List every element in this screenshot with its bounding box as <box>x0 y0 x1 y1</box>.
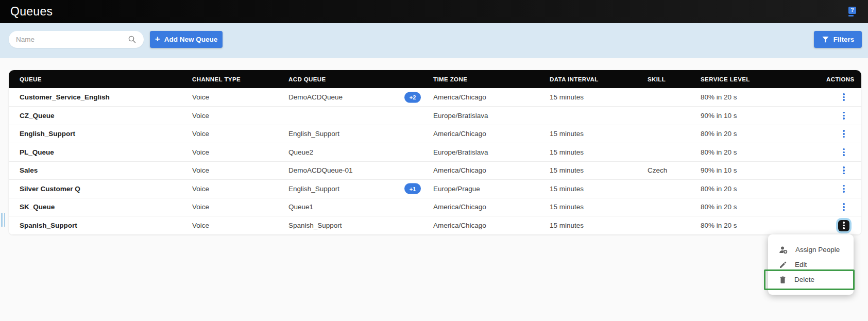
cell-channel-type: Voice <box>192 107 288 125</box>
cell-service-level: 80% in 20 s <box>701 198 826 216</box>
cell-queue: Sales <box>9 161 192 180</box>
cell-queue: English_Support <box>9 125 192 143</box>
cell-channel-type: Voice <box>192 198 288 216</box>
table-row[interactable]: PL_QueueVoiceQueue2Europe/Bratislava15 m… <box>9 143 861 162</box>
cell-actions <box>826 180 861 198</box>
row-actions-kebab-icon[interactable] <box>838 110 849 121</box>
cell-actions <box>826 143 861 162</box>
cell-time-zone: America/Chicago <box>433 216 550 235</box>
search-input[interactable] <box>9 31 144 48</box>
menu-item-label: Edit <box>795 261 807 268</box>
plus-icon: + <box>155 35 160 43</box>
cell-service-level: 80% in 20 s <box>701 125 826 143</box>
table-row[interactable]: English_SupportVoiceEnglish_SupportAmeri… <box>9 125 861 143</box>
column-header-channel-type[interactable]: CHANNEL TYPE <box>192 70 288 88</box>
column-header-data-interval[interactable]: DATA INTERVAL <box>550 70 648 88</box>
cell-time-zone: Europe/Bratislava <box>433 143 550 162</box>
menu-item-assign-people[interactable]: Assign People <box>768 242 854 257</box>
cell-queue: PL_Queue <box>9 143 192 162</box>
cell-skill <box>648 198 701 216</box>
cell-channel-type: Voice <box>192 216 288 235</box>
cell-skill <box>648 107 701 125</box>
cell-skill <box>648 125 701 143</box>
filters-button[interactable]: Filters <box>814 31 862 48</box>
queues-table: QUEUE CHANNEL TYPE ACD QUEUE TIME ZONE D… <box>9 70 861 234</box>
cell-service-level: 80% in 20 s <box>701 88 826 107</box>
queues-page: Queues ? + Add New Queue Filters <box>0 0 868 321</box>
table-row[interactable]: SalesVoiceDemoACDQueue-01America/Chicago… <box>9 161 861 180</box>
row-actions-kebab-icon[interactable] <box>838 220 849 231</box>
cell-queue: Spanish_Support <box>9 216 192 235</box>
cell-queue: Silver Customer Q <box>9 180 192 198</box>
cell-acd-queue: English_Support <box>288 125 433 143</box>
cell-time-zone: America/Chicago <box>433 88 550 107</box>
menu-item-delete[interactable]: Delete <box>768 272 854 287</box>
queues-table-body: Customer_Service_EnglishVoiceDemoACDQueu… <box>9 88 861 234</box>
cell-time-zone: Europe/Prague <box>433 180 550 198</box>
filter-funnel-icon <box>822 36 829 43</box>
table-row[interactable]: Customer_Service_EnglishVoiceDemoACDQueu… <box>9 88 861 107</box>
cell-service-level: 80% in 20 s <box>701 143 826 162</box>
cell-acd-queue: Queue2 <box>288 143 433 162</box>
column-header-acd-queue[interactable]: ACD QUEUE <box>288 70 433 88</box>
row-actions-kebab-icon[interactable] <box>838 146 849 158</box>
assign-people-icon <box>779 246 788 254</box>
cell-data-interval: 15 minutes <box>550 125 648 143</box>
cell-data-interval: 15 minutes <box>550 198 648 216</box>
cell-channel-type: Voice <box>192 125 288 143</box>
cell-channel-type: Voice <box>192 88 288 107</box>
cell-acd-queue: Queue1 <box>288 198 433 216</box>
cell-data-interval: 15 minutes <box>550 161 648 180</box>
row-actions-kebab-icon[interactable] <box>838 165 849 176</box>
cell-data-interval: 15 minutes <box>550 143 648 162</box>
cell-service-level: 90% in 10 s <box>701 161 826 180</box>
column-header-actions: ACTIONS <box>826 70 861 88</box>
column-header-queue[interactable]: QUEUE <box>9 70 192 88</box>
table-row[interactable]: Spanish_SupportVoiceSpanish_SupportAmeri… <box>9 216 861 235</box>
cell-skill <box>648 88 701 107</box>
cell-acd-queue: English_Support+1 <box>288 180 433 198</box>
cell-data-interval: 15 minutes <box>550 180 648 198</box>
cell-data-interval: 15 minutes <box>550 216 648 235</box>
cell-acd-queue: DemoACDQueue+2 <box>288 88 433 107</box>
cell-queue: Customer_Service_English <box>9 88 192 107</box>
row-actions-kebab-icon[interactable] <box>838 92 849 103</box>
add-new-queue-button[interactable]: + Add New Queue <box>150 31 223 48</box>
cell-actions <box>826 198 861 216</box>
acd-queue-count-badge[interactable]: +1 <box>404 183 421 194</box>
column-header-skill[interactable]: SKILL <box>648 70 701 88</box>
cell-acd-queue: Spanish_Support <box>288 216 433 235</box>
cell-actions <box>826 125 861 143</box>
cell-skill <box>648 143 701 162</box>
column-header-service-level[interactable]: SERVICE LEVEL <box>701 70 826 88</box>
column-header-time-zone[interactable]: TIME ZONE <box>433 70 550 88</box>
cell-data-interval <box>550 107 648 125</box>
table-row[interactable]: SK_QueueVoiceQueue1America/Chicago15 min… <box>9 198 861 216</box>
cell-time-zone: Europe/Bratislava <box>433 107 550 125</box>
acd-queue-count-badge[interactable]: +2 <box>404 92 421 103</box>
row-actions-kebab-icon[interactable] <box>838 183 849 194</box>
row-actions-kebab-icon[interactable] <box>838 128 849 140</box>
cell-actions <box>826 216 861 235</box>
cell-service-level: 90% in 10 s <box>701 107 826 125</box>
cell-queue: SK_Queue <box>9 198 192 216</box>
delete-icon <box>779 276 787 284</box>
table-row[interactable]: Silver Customer QVoiceEnglish_Support+1E… <box>9 180 861 198</box>
help-icon[interactable]: ? <box>848 7 857 18</box>
cell-channel-type: Voice <box>192 161 288 180</box>
row-actions-kebab-icon[interactable] <box>838 201 849 213</box>
table-row[interactable]: CZ_QueueVoiceEurope/Bratislava90% in 10 … <box>9 107 861 125</box>
page-title: Queues <box>10 0 53 23</box>
table-header-row: QUEUE CHANNEL TYPE ACD QUEUE TIME ZONE D… <box>9 70 861 88</box>
row-actions-menu: Assign People Edit Delete <box>768 234 854 295</box>
edit-icon <box>779 261 787 269</box>
cell-time-zone: America/Chicago <box>433 161 550 180</box>
top-bar: Queues ? <box>0 0 868 23</box>
cell-service-level: 80% in 20 s <box>701 216 826 235</box>
menu-item-label: Delete <box>794 276 814 283</box>
menu-item-edit[interactable]: Edit <box>768 257 854 272</box>
cell-channel-type: Voice <box>192 180 288 198</box>
cell-skill: Czech <box>648 161 701 180</box>
menu-item-label: Assign People <box>795 246 840 254</box>
cell-acd-queue <box>288 107 433 125</box>
